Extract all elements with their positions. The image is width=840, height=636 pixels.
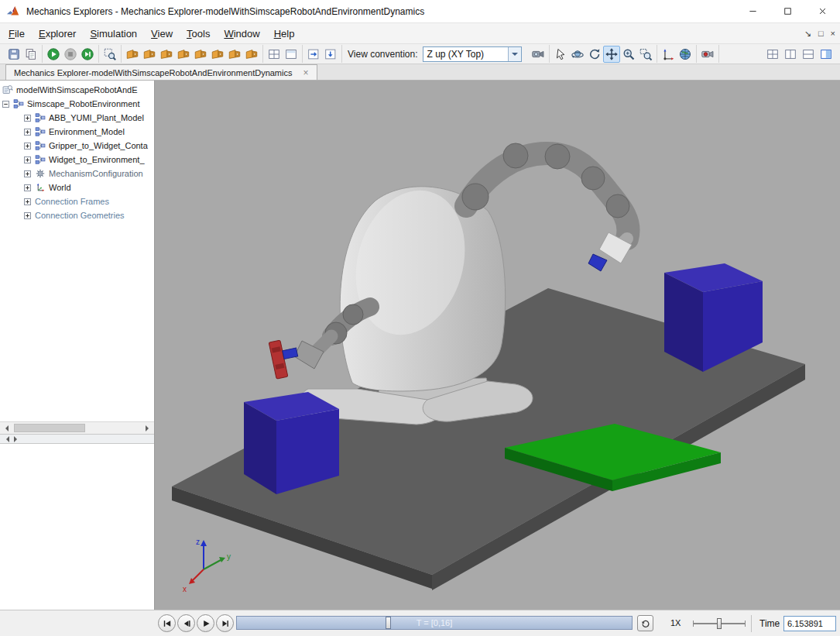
menu-file[interactable]: File [2, 25, 32, 43]
dock-arrow-icon[interactable]: ↘ [804, 29, 811, 38]
view-convention-value: Z up (XY Top) [427, 49, 485, 60]
show-frames-button[interactable] [660, 46, 677, 63]
tree-horizontal-scrollbar[interactable] [0, 421, 154, 434]
speed-slider-handle[interactable] [717, 618, 722, 629]
time-input[interactable] [783, 616, 836, 631]
view-top-button[interactable] [175, 46, 192, 63]
tile-single-button[interactable] [818, 46, 835, 63]
menu-window[interactable]: Window [217, 25, 266, 43]
view-custom-button[interactable] [243, 46, 260, 63]
scroll-right-arrow[interactable] [142, 422, 154, 434]
expand-icon[interactable] [24, 212, 31, 219]
zoom-to-fit-button[interactable] [101, 46, 118, 63]
view-isometric-button[interactable] [124, 46, 141, 63]
open-pane-right-button[interactable] [305, 46, 322, 63]
speed-slider[interactable] [693, 617, 746, 631]
3d-viewport[interactable]: z y x [155, 81, 840, 610]
expand-icon[interactable] [24, 184, 31, 191]
chevron-down-icon[interactable] [508, 47, 521, 61]
maximize-button[interactable] [770, 0, 805, 22]
expand-icon[interactable] [24, 129, 31, 136]
time-label: Time [759, 618, 780, 629]
restore-panel-icon[interactable]: □ [818, 29, 824, 38]
timeline-handle[interactable] [386, 617, 391, 629]
orbit-tool-button[interactable] [569, 46, 586, 63]
tile-grid-button[interactable] [764, 46, 781, 63]
step-button[interactable] [79, 46, 96, 63]
menu-simulation[interactable]: Simulation [83, 25, 144, 43]
view-back-button[interactable] [158, 46, 175, 63]
save-explorer-button[interactable] [5, 46, 22, 63]
triad-z-label: z [196, 538, 200, 546]
expand-icon[interactable] [24, 198, 31, 205]
tree-item[interactable]: Connection Geometries [0, 208, 154, 222]
zoom-region-tool-button[interactable] [637, 46, 654, 63]
expand-icon[interactable] [24, 115, 31, 122]
menu-view[interactable]: View [144, 25, 180, 43]
loop-button[interactable] [637, 615, 653, 631]
tab-close-icon[interactable]: × [303, 68, 308, 77]
select-tool-button[interactable] [552, 46, 569, 63]
tree-item-label: Connection Geometries [35, 211, 125, 220]
collapse-right-icon[interactable] [14, 436, 20, 442]
view-right-button[interactable] [226, 46, 243, 63]
blue-box-left [244, 392, 339, 494]
tile-rows-button[interactable] [800, 46, 817, 63]
tree-item-label: Widget_to_Environment_ [49, 155, 145, 164]
expand-icon[interactable] [24, 143, 31, 150]
collapse-icon[interactable] [2, 101, 9, 108]
tree-item[interactable]: Connection Frames [0, 194, 154, 208]
close-panel-icon[interactable]: × [831, 29, 835, 38]
timeline-slider[interactable]: T = [0,16] [236, 616, 633, 630]
tree-item[interactable]: MechanismConfiguration [0, 167, 154, 180]
open-pane-down-button[interactable] [322, 46, 339, 63]
toolbar: View convention: Z up (XY Top) [0, 43, 840, 64]
viewport-grid-button[interactable] [266, 46, 283, 63]
menu-tools[interactable]: Tools [180, 25, 217, 43]
copy-view-button[interactable] [22, 46, 39, 63]
scrollbar-thumb[interactable] [14, 424, 85, 432]
tree-item[interactable]: World [0, 180, 154, 194]
view-left-button[interactable] [209, 46, 226, 63]
tree-item[interactable]: Environment_Model [0, 125, 154, 139]
view-convention-control: View convention: Z up (XY Top) [342, 46, 527, 62]
tree-item-label: World [49, 183, 71, 192]
step-back-button[interactable] [177, 614, 195, 632]
tree-item[interactable]: Gripper_to_Widget_Conta [0, 139, 154, 153]
tree-item[interactable]: modelWithSimscapeRobotAndE [0, 83, 154, 97]
zoom-tool-button[interactable] [620, 46, 637, 63]
viewport-single-button[interactable] [283, 46, 300, 63]
tree-item[interactable]: Simscape_RobotEnvironment [0, 97, 154, 111]
go-to-start-button[interactable] [158, 614, 176, 632]
play-button[interactable] [197, 614, 214, 632]
panel-splitter[interactable] [0, 434, 154, 444]
view-bottom-button[interactable] [192, 46, 209, 63]
tree-item[interactable]: ABB_YUMI_Plant_Model [0, 111, 154, 125]
tabbar: Mechanics Explorer-modelWithSimscapeRobo… [0, 64, 840, 81]
expand-icon[interactable] [24, 156, 31, 163]
tile-columns-button[interactable] [782, 46, 799, 63]
stop-button[interactable] [62, 46, 79, 63]
global-view-button[interactable] [677, 46, 694, 63]
world-icon [35, 182, 46, 193]
scroll-left-arrow[interactable] [0, 422, 12, 434]
pan-tool-button[interactable] [603, 46, 620, 63]
explorer-tab[interactable]: Mechanics Explorer-modelWithSimscapeRobo… [5, 64, 317, 80]
view-convention-select[interactable]: Z up (XY Top) [423, 46, 522, 62]
minimize-button[interactable] [735, 0, 770, 22]
close-button[interactable] [805, 0, 840, 22]
roll-tool-button[interactable] [586, 46, 603, 63]
menu-help[interactable]: Help [267, 25, 302, 43]
subsystem-icon [13, 98, 24, 109]
camera-manager-button[interactable] [530, 46, 547, 63]
record-video-button[interactable] [699, 46, 716, 63]
tree-item-label: Environment_Model [49, 127, 125, 136]
collapse-left-icon[interactable] [3, 436, 9, 442]
menu-explorer[interactable]: Explorer [32, 25, 83, 43]
view-front-button[interactable] [141, 46, 158, 63]
run-button[interactable] [45, 46, 62, 63]
tree-item-label: modelWithSimscapeRobotAndE [16, 85, 138, 95]
tree-item[interactable]: Widget_to_Environment_ [0, 153, 154, 167]
expand-icon[interactable] [24, 170, 31, 177]
step-forward-button[interactable] [216, 614, 234, 632]
